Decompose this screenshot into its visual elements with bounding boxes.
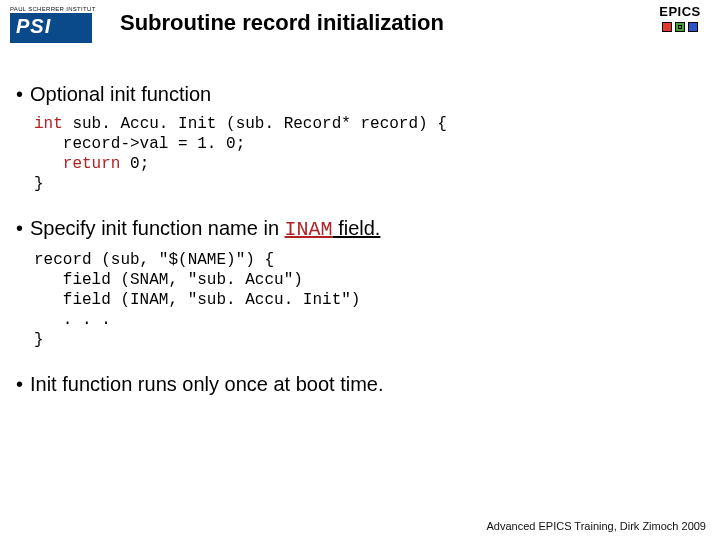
code2-line4: . . . [34, 311, 111, 329]
epics-squares [652, 22, 708, 32]
slide-footer: Advanced EPICS Training, Dirk Zimoch 200… [487, 520, 707, 532]
bullet-1-text: Optional init function [30, 82, 211, 106]
psi-logo-notch [92, 13, 106, 43]
bullet-2-inam-code: INAM [285, 218, 333, 241]
epics-logo: EPICS [652, 4, 708, 32]
bullet-dot-icon: • [16, 372, 30, 396]
code1-line1b: sub. Accu. Init (sub. Record* record) { [63, 115, 447, 133]
psi-logo: PAUL SCHERRER INSTITUT PSI [10, 6, 106, 48]
code1-line2: record->val = 1. 0; [34, 135, 245, 153]
slide-body: • Optional init function int sub. Accu. … [0, 54, 720, 396]
code2-line1: record (sub, "$(NAME)") { [34, 251, 274, 269]
bullet-dot-icon: • [16, 216, 30, 240]
bullet-2-text: Specify init function name in INAM field… [30, 216, 380, 242]
epics-square-green-icon [675, 22, 685, 32]
slide-header: PAUL SCHERRER INSTITUT PSI Subroutine re… [0, 0, 720, 54]
code2-line3: field (INAM, "sub. Accu. Init") [34, 291, 360, 309]
epics-label: EPICS [652, 4, 708, 19]
code2-line2: field (SNAM, "sub. Accu") [34, 271, 303, 289]
code2-line5: } [34, 331, 44, 349]
bullet-1: • Optional init function [16, 82, 704, 106]
code1-line4: } [34, 175, 44, 193]
code1-keyword-return: return [63, 155, 121, 173]
bullet-2-pre: Specify init function name in [30, 217, 285, 239]
code-block-1: int sub. Accu. Init (sub. Record* record… [34, 114, 704, 194]
bullet-3: • Init function runs only once at boot t… [16, 372, 704, 396]
slide: PAUL SCHERRER INSTITUT PSI Subroutine re… [0, 0, 720, 540]
code1-line3a [34, 155, 63, 173]
code-block-2: record (sub, "$(NAME)") { field (SNAM, "… [34, 250, 704, 350]
psi-institute-tagline: PAUL SCHERRER INSTITUT [10, 6, 106, 12]
bullet-2-post: field. [333, 217, 381, 239]
psi-logo-box: PSI [10, 13, 106, 43]
psi-logo-text: PSI [16, 15, 51, 38]
epics-square-red-icon [662, 22, 672, 32]
slide-title: Subroutine record initialization [120, 10, 444, 36]
bullet-3-text: Init function runs only once at boot tim… [30, 372, 384, 396]
bullet-2: • Specify init function name in INAM fie… [16, 216, 704, 242]
epics-square-blue-icon [688, 22, 698, 32]
code1-keyword-int: int [34, 115, 63, 133]
code1-line3c: 0; [120, 155, 149, 173]
bullet-dot-icon: • [16, 82, 30, 106]
